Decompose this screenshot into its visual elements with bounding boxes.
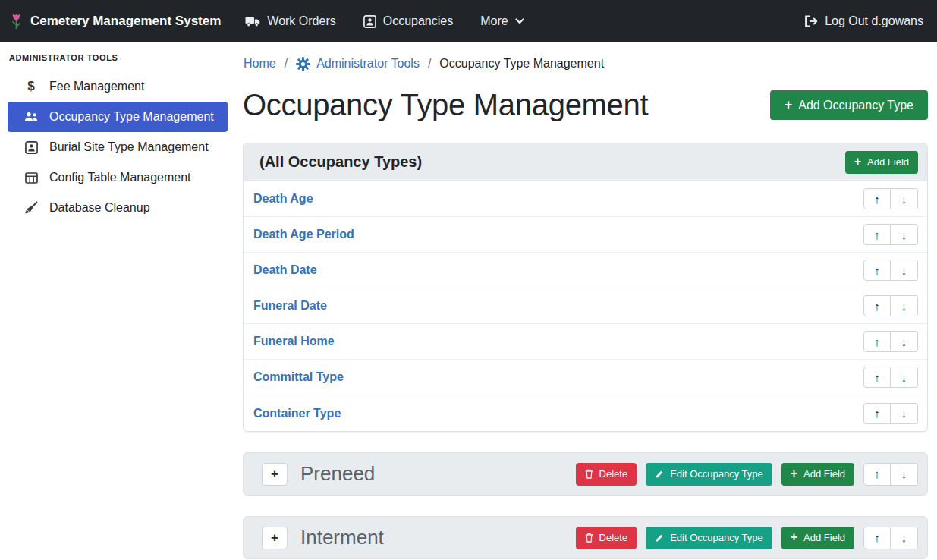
arrow-up-icon: ↑: [874, 228, 880, 241]
plus-icon: +: [854, 156, 861, 168]
delete-label: Delete: [599, 468, 628, 480]
all-occupancy-types-card: (All Occupancy Types) + Add Field Death …: [243, 143, 928, 432]
field-link[interactable]: Death Date: [253, 263, 317, 277]
nav-work-orders-label: Work Orders: [267, 14, 335, 28]
add-field-label: Add Field: [803, 468, 845, 480]
trash-icon: [585, 469, 593, 479]
plus-icon: +: [791, 531, 797, 543]
arrow-down-icon: ↓: [901, 193, 907, 206]
brand[interactable]: Cemetery Management System: [9, 12, 221, 31]
nav-work-orders[interactable]: Work Orders: [245, 14, 335, 28]
pencil-icon: [655, 533, 664, 543]
sidebar-heading: Administrator Tools: [0, 50, 235, 71]
move-up-button[interactable]: ↑: [863, 331, 891, 352]
move-up-button[interactable]: ↑: [863, 527, 891, 549]
main-content: Home / Administrat: [235, 42, 937, 560]
breadcrumb-home-link[interactable]: Home: [244, 57, 276, 71]
move-up-button[interactable]: ↑: [863, 403, 891, 424]
move-up-button[interactable]: ↑: [863, 260, 891, 281]
add-occupancy-type-label: Add Occupancy Type: [798, 99, 913, 112]
move-down-button[interactable]: ↓: [891, 463, 918, 486]
move-down-button[interactable]: ↓: [891, 331, 918, 352]
move-up-button[interactable]: ↑: [863, 188, 891, 209]
sidebar-item-fee-management[interactable]: $ Fee Management: [8, 71, 228, 102]
add-field-button[interactable]: + Add Field: [781, 463, 854, 486]
arrow-up-icon: ↑: [874, 531, 880, 544]
reorder-buttons: ↑ ↓: [863, 403, 918, 424]
move-down-button[interactable]: ↓: [891, 403, 918, 424]
delete-label: Delete: [599, 532, 628, 543]
users-icon: [23, 112, 39, 122]
expand-section-button[interactable]: +: [262, 527, 288, 549]
nav-links: Work Orders Occupancies More: [245, 14, 524, 28]
reorder-buttons: ↑ ↓: [863, 260, 918, 281]
move-up-button[interactable]: ↑: [863, 463, 891, 486]
field-link[interactable]: Container Type: [253, 407, 341, 420]
expand-section-button[interactable]: +: [262, 463, 288, 486]
arrow-down-icon: ↓: [901, 300, 907, 313]
move-up-button[interactable]: ↑: [863, 295, 891, 316]
breadcrumb-home-label: Home: [244, 57, 276, 71]
move-down-button[interactable]: ↓: [891, 224, 918, 245]
sidebar-item-database-cleanup[interactable]: Database Cleanup: [8, 193, 228, 223]
field-link[interactable]: Death Age: [253, 192, 313, 206]
dollar-icon: $: [23, 79, 39, 94]
title-row: Occupancy Type Management + Add Occupanc…: [243, 88, 928, 122]
breadcrumb-admin-tools-label: Administrator Tools: [316, 57, 420, 71]
breadcrumb-separator: /: [285, 57, 288, 71]
field-row: Funeral Home ↑ ↓: [244, 324, 927, 360]
add-field-label: Add Field: [867, 156, 909, 168]
chevron-down-icon: [515, 18, 524, 24]
delete-occupancy-type-button[interactable]: Delete: [576, 463, 637, 486]
field-link[interactable]: Death Age Period: [253, 228, 354, 241]
arrow-up-icon: ↑: [874, 264, 880, 277]
nav-occupancies[interactable]: Occupancies: [363, 14, 454, 28]
sidebar-item-burial-site-type-management[interactable]: Burial Site Type Management: [8, 132, 228, 162]
sidebar: Administrator Tools $ Fee Management Occ…: [0, 42, 235, 560]
add-field-button[interactable]: + Add Field: [781, 527, 854, 549]
logout-icon: [804, 15, 818, 27]
move-up-button[interactable]: ↑: [863, 224, 891, 245]
page-title: Occupancy Type Management: [243, 88, 648, 122]
field-row: Container Type ↑ ↓: [244, 395, 927, 431]
move-down-button[interactable]: ↓: [891, 295, 918, 316]
arrow-up-icon: ↑: [874, 193, 880, 206]
move-down-button[interactable]: ↓: [891, 260, 918, 281]
field-link[interactable]: Funeral Date: [253, 299, 327, 313]
nav-occupancies-label: Occupancies: [383, 14, 454, 28]
arrow-up-icon: ↑: [874, 407, 880, 420]
logout-link[interactable]: Log Out d.gowans: [804, 14, 923, 28]
field-link[interactable]: Funeral Home: [253, 335, 335, 348]
field-list: Death Age ↑ ↓ Death Age Period: [244, 181, 927, 431]
move-down-button[interactable]: ↓: [891, 188, 918, 209]
field-row: Death Age ↑ ↓: [244, 181, 927, 217]
arrow-down-icon: ↓: [901, 467, 907, 480]
plus-icon: +: [785, 98, 793, 112]
reorder-buttons: ↑ ↓: [863, 463, 918, 486]
field-row: Committal Type ↑ ↓: [244, 360, 927, 395]
breadcrumb-admin-tools-link[interactable]: Administrator Tools: [296, 57, 420, 71]
sidebar-item-label: Occupancy Type Management: [49, 110, 214, 124]
tulip-logo-icon: [9, 12, 24, 31]
move-up-button[interactable]: ↑: [863, 367, 891, 388]
move-down-button[interactable]: ↓: [891, 527, 918, 549]
field-link[interactable]: Committal Type: [253, 370, 344, 384]
arrow-down-icon: ↓: [901, 335, 907, 348]
move-down-button[interactable]: ↓: [891, 367, 918, 388]
occupancy-type-sections: + Preneed Delete: [243, 452, 928, 559]
sidebar-item-config-table-management[interactable]: Config Table Management: [8, 162, 228, 193]
trash-icon: [585, 533, 593, 543]
edit-occupancy-type-button[interactable]: Edit Occupancy Type: [646, 527, 772, 549]
edit-label: Edit Occupancy Type: [670, 468, 763, 480]
edit-occupancy-type-button[interactable]: Edit Occupancy Type: [646, 463, 772, 486]
add-occupancy-type-button[interactable]: + Add Occupancy Type: [770, 90, 928, 120]
arrow-down-icon: ↓: [901, 531, 907, 544]
nav-more[interactable]: More: [480, 14, 524, 28]
sidebar-item-occupancy-type-management[interactable]: Occupancy Type Management: [8, 102, 228, 132]
add-field-button[interactable]: + Add Field: [845, 151, 918, 174]
breadcrumb-separator: /: [428, 57, 431, 71]
arrow-down-icon: ↓: [901, 228, 907, 241]
table-icon: [23, 172, 39, 184]
logout-label: Log Out d.gowans: [825, 14, 923, 28]
delete-occupancy-type-button[interactable]: Delete: [576, 527, 637, 549]
